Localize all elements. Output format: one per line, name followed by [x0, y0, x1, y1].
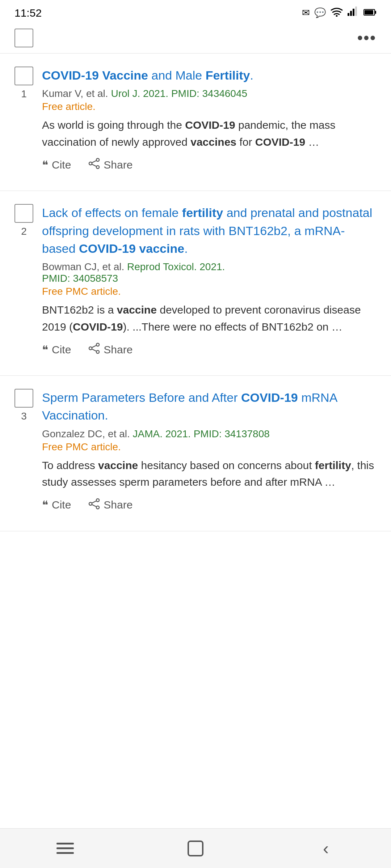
article-journal-1: Urol J. 2021. PMID: 34346045	[111, 88, 247, 99]
svg-point-18	[96, 499, 99, 502]
article-actions-3: ❝ Cite Share	[42, 498, 377, 512]
cite-button-3[interactable]: ❝ Cite	[42, 498, 71, 512]
share-icon-3	[88, 498, 100, 512]
svg-point-13	[96, 343, 99, 346]
article-item-2: 2 Lack of effects on female fertility an…	[0, 191, 391, 376]
article-header-1: 1 COVID-19 Vaccine and Male Fertility. K…	[14, 67, 377, 172]
status-bar: 11:52 ✉ 💬	[0, 0, 391, 23]
article-number-3: 3	[21, 410, 27, 422]
svg-rect-3	[353, 9, 354, 16]
article-meta-1: Kumar V, et al. Urol J. 2021. PMID: 3434…	[42, 88, 377, 99]
back-icon: ‹	[323, 840, 329, 857]
bottom-nav-bar: ‹	[0, 828, 391, 868]
article-item-3: 3 Sperm Parameters Before and After COVI…	[0, 376, 391, 531]
article-journal-3: JAMA. 2021. PMID: 34137808	[133, 428, 270, 439]
cite-icon-2: ❝	[42, 343, 48, 357]
article-content-3: Sperm Parameters Before and After COVID-…	[42, 389, 377, 512]
article-free-label-1[interactable]: Free article.	[42, 101, 377, 112]
nav-home-button[interactable]	[181, 838, 210, 859]
svg-rect-6	[375, 11, 376, 14]
cite-label-1: Cite	[52, 159, 71, 171]
svg-point-8	[96, 158, 99, 161]
article-checkbox-3[interactable]	[14, 389, 33, 408]
article-actions-2: ❝ Cite Share	[42, 342, 377, 357]
article-left-1: 1	[14, 67, 33, 100]
cite-label-2: Cite	[52, 344, 71, 356]
article-content-2: Lack of effects on female fertility and …	[42, 204, 377, 357]
share-button-3[interactable]: Share	[88, 498, 133, 512]
svg-line-22	[92, 505, 96, 507]
cite-icon-3: ❝	[42, 498, 48, 512]
cite-label-3: Cite	[52, 499, 71, 511]
svg-point-19	[89, 502, 92, 505]
article-item-1: 1 COVID-19 Vaccine and Male Fertility. K…	[0, 54, 391, 191]
share-button-1[interactable]: Share	[88, 158, 133, 172]
svg-line-12	[92, 164, 96, 166]
article-authors-2: Bowman CJ, et al.	[42, 261, 124, 272]
share-icon-2	[88, 342, 100, 357]
nav-back-button[interactable]: ‹	[311, 838, 340, 859]
title-part-and-1: and Male	[148, 68, 206, 82]
cite-button-2[interactable]: ❝ Cite	[42, 343, 71, 357]
article-free-label-3[interactable]: Free PMC article.	[42, 441, 377, 453]
cite-icon-1: ❝	[42, 158, 48, 172]
share-label-1: Share	[104, 159, 133, 171]
svg-rect-2	[350, 11, 352, 16]
top-bar: •••	[0, 23, 391, 54]
article-content-1: COVID-19 Vaccine and Male Fertility. Kum…	[42, 67, 377, 172]
message-icon: 💬	[314, 7, 326, 18]
article-header-2: 2 Lack of effects on female fertility an…	[14, 204, 377, 357]
article-left-3: 3	[14, 389, 33, 422]
wifi-icon	[330, 7, 343, 19]
svg-rect-4	[355, 7, 357, 16]
article-free-label-2[interactable]: Free PMC article.	[42, 286, 377, 297]
article-header-3: 3 Sperm Parameters Before and After COVI…	[14, 389, 377, 512]
title-part-fertility-1: Fertility	[206, 68, 250, 82]
article-meta-2: Bowman CJ, et al. Reprod Toxicol. 2021.P…	[42, 261, 377, 284]
mail-icon: ✉	[302, 7, 310, 18]
status-time: 11:52	[14, 7, 42, 19]
svg-rect-7	[365, 10, 373, 14]
signal-icon	[348, 7, 359, 19]
svg-point-9	[89, 162, 92, 165]
article-checkbox-1[interactable]	[14, 67, 33, 85]
more-options-button[interactable]: •••	[357, 29, 377, 47]
article-abstract-2: BNT162b2 is a vaccine developed to preve…	[42, 302, 377, 335]
svg-line-11	[92, 161, 96, 163]
svg-line-16	[92, 345, 96, 348]
article-meta-3: Gonzalez DC, et al. JAMA. 2021. PMID: 34…	[42, 428, 377, 440]
article-number-2: 2	[21, 226, 27, 237]
article-checkbox-2[interactable]	[14, 204, 33, 223]
article-abstract-3: To address vaccine hesitancy based on co…	[42, 457, 377, 491]
article-authors-3: Gonzalez DC, et al.	[42, 428, 130, 439]
svg-point-10	[96, 166, 99, 169]
svg-point-15	[96, 350, 99, 353]
article-actions-1: ❝ Cite Share	[42, 158, 377, 172]
article-title-2[interactable]: Lack of effects on female fertility and …	[42, 204, 377, 258]
title-part-covid-1: COVID-19 Vaccine	[42, 68, 148, 82]
svg-rect-1	[348, 13, 349, 16]
battery-icon	[363, 7, 377, 18]
share-label-2: Share	[104, 344, 133, 356]
cite-button-1[interactable]: ❝ Cite	[42, 158, 71, 172]
home-icon	[188, 841, 203, 856]
share-button-2[interactable]: Share	[88, 342, 133, 357]
nav-menu-button[interactable]	[51, 838, 80, 859]
article-left-2: 2	[14, 204, 33, 237]
svg-line-21	[92, 501, 96, 503]
status-icons: ✉ 💬	[302, 7, 377, 19]
select-all-checkbox[interactable]	[14, 29, 33, 47]
article-title-1[interactable]: COVID-19 Vaccine and Male Fertility.	[42, 67, 377, 84]
share-label-3: Share	[104, 499, 133, 511]
svg-point-0	[336, 15, 338, 17]
article-title-3[interactable]: Sperm Parameters Before and After COVID-…	[42, 389, 377, 425]
svg-point-20	[96, 506, 99, 509]
svg-line-17	[92, 349, 96, 351]
svg-point-14	[89, 347, 92, 350]
article-authors-1: Kumar V, et al.	[42, 88, 108, 99]
article-number-1: 1	[21, 88, 27, 100]
share-icon-1	[88, 158, 100, 172]
article-abstract-1: As world is going through the COVID-19 p…	[42, 117, 377, 150]
hamburger-icon	[56, 843, 74, 854]
